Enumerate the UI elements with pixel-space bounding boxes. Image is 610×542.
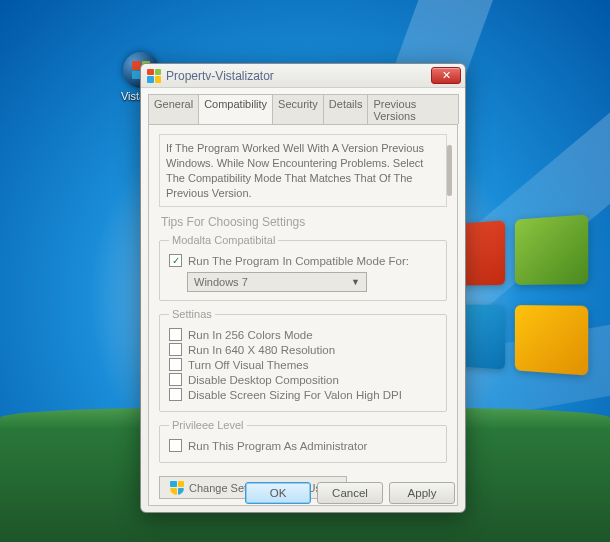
tab-panel-compatibility: If The Program Worked Well With A Versio… (148, 124, 458, 506)
group-legend: Settinas (169, 308, 215, 320)
checkbox-label: Run In 256 Colors Mode (188, 329, 313, 341)
app-icon (147, 69, 161, 83)
shield-icon (170, 481, 184, 495)
info-text: If The Program Worked Well With A Versio… (159, 134, 447, 207)
close-icon: ✕ (442, 69, 451, 81)
tab-details[interactable]: Details (323, 94, 369, 124)
button-label: Cancel (332, 487, 368, 499)
button-label: Apply (408, 487, 437, 499)
checkbox-desktop-composition[interactable] (169, 373, 182, 386)
group-legend: Modalta Compatibital (169, 234, 278, 246)
dropdown-os-version[interactable]: Windows 7 ▼ (187, 272, 367, 292)
dropdown-value: Windows 7 (194, 276, 248, 288)
tab-strip: General Compatibility Security Details P… (141, 88, 465, 124)
window-title: Propertv-Vistalizator (166, 69, 431, 83)
checkbox-run-as-admin[interactable] (169, 439, 182, 452)
checkbox-256-colors[interactable] (169, 328, 182, 341)
chevron-down-icon: ▼ (351, 277, 360, 287)
properties-dialog: Propertv-Vistalizator ✕ General Compatib… (140, 63, 466, 513)
apply-button[interactable]: Apply (389, 482, 455, 504)
checkbox-label: Run This Program As Administrator (188, 440, 367, 452)
tips-link[interactable]: Tips For Choosing Settings (161, 215, 447, 229)
checkbox-compat-mode[interactable]: ✓ (169, 254, 182, 267)
tab-previous-versions[interactable]: Previous Versions (367, 94, 459, 124)
checkbox-label: Turn Off Visual Themes (188, 359, 308, 371)
checkbox-label: Run In 640 X 480 Resolution (188, 344, 335, 356)
checkbox-label: Run The Program In Compatible Mode For: (188, 255, 409, 267)
tab-security[interactable]: Security (272, 94, 324, 124)
ok-button[interactable]: OK (245, 482, 311, 504)
tab-general[interactable]: General (148, 94, 199, 124)
group-compatibility-mode: Modalta Compatibital ✓ Run The Program I… (159, 234, 447, 301)
checkbox-visual-themes[interactable] (169, 358, 182, 371)
checkbox-label: Disable Desktop Composition (188, 374, 339, 386)
group-settings: Settinas Run In 256 Colors Mode Run In 6… (159, 308, 447, 412)
checkbox-640x480[interactable] (169, 343, 182, 356)
checkbox-high-dpi[interactable] (169, 388, 182, 401)
checkbox-label: Disable Screen Sizing For Valon High DPI (188, 389, 402, 401)
close-button[interactable]: ✕ (431, 67, 461, 84)
tab-compatibility[interactable]: Compatibility (198, 94, 273, 124)
titlebar[interactable]: Propertv-Vistalizator ✕ (141, 64, 465, 88)
group-legend: Privileee Level (169, 419, 247, 431)
cancel-button[interactable]: Cancel (317, 482, 383, 504)
group-privilege-level: Privileee Level Run This Program As Admi… (159, 419, 447, 463)
dialog-button-row: OK Cancel Apply (245, 482, 455, 504)
button-label: OK (270, 487, 287, 499)
